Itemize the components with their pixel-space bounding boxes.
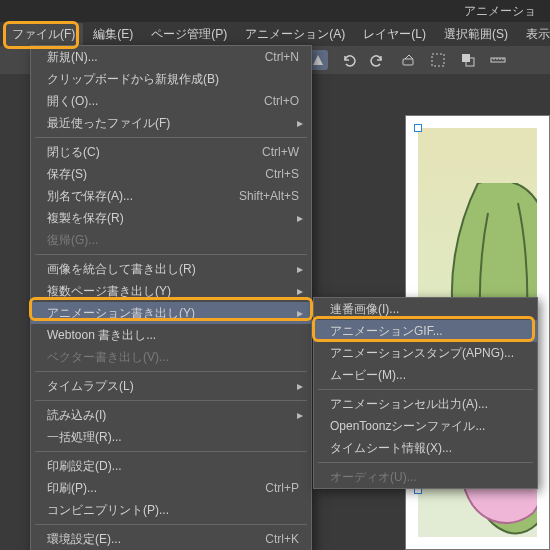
erase-icon[interactable] (398, 50, 418, 70)
menu-item-revert: 復帰(G)... (31, 229, 311, 251)
menu-item-vector-export: ベクター書き出し(V)... (31, 346, 311, 368)
menu-item-batch[interactable]: 一括処理(R)... (31, 426, 311, 448)
menu-item-open[interactable]: 開く(O)...Ctrl+O (31, 90, 311, 112)
submenu-opentoonz[interactable]: OpenToonzシーンファイル... (314, 415, 537, 437)
menu-item-print-settings[interactable]: 印刷設定(D)... (31, 455, 311, 477)
ruler-icon[interactable] (488, 50, 508, 70)
menu-select[interactable]: 選択範囲(S) (436, 23, 516, 46)
menu-separator (35, 371, 307, 372)
menu-view[interactable]: 表示(V) (518, 23, 550, 46)
menu-item-save-as[interactable]: 別名で保存(A)...Shift+Alt+S (31, 185, 311, 207)
submenu-animated-gif[interactable]: アニメーションGIF... (314, 320, 537, 342)
chevron-right-icon: ▸ (297, 306, 303, 320)
menu-item-multi-page-export[interactable]: 複数ページ書き出し(Y)▸ (31, 280, 311, 302)
chevron-right-icon: ▸ (297, 284, 303, 298)
menu-item-new[interactable]: 新規(N)...Ctrl+N (31, 46, 311, 68)
chevron-right-icon: ▸ (297, 211, 303, 225)
file-menu-dropdown: 新規(N)...Ctrl+N クリップボードから新規作成(B) 開く(O)...… (30, 45, 312, 550)
menu-item-save-duplicate[interactable]: 複製を保存(R)▸ (31, 207, 311, 229)
menu-page[interactable]: ページ管理(P) (143, 23, 235, 46)
chevron-right-icon: ▸ (297, 379, 303, 393)
menu-item-close[interactable]: 閉じる(C)Ctrl+W (31, 141, 311, 163)
submenu-sequence-images[interactable]: 連番画像(I)... (314, 298, 537, 320)
menu-separator (35, 524, 307, 525)
chevron-right-icon: ▸ (297, 262, 303, 276)
animation-export-submenu: 連番画像(I)... アニメーションGIF... アニメーションスタンプ(APN… (313, 297, 538, 489)
svg-rect-0 (403, 59, 413, 65)
redo-icon[interactable] (368, 50, 388, 70)
menu-item-animation-export[interactable]: アニメーション書き出し(Y)▸ (31, 302, 311, 324)
menu-item-webtoon-export[interactable]: Webtoon 書き出し... (31, 324, 311, 346)
menu-file[interactable]: ファイル(F) (4, 23, 83, 46)
submenu-audio: オーディオ(U)... (314, 466, 537, 488)
menu-item-new-from-clipboard[interactable]: クリップボードから新規作成(B) (31, 68, 311, 90)
menu-item-print[interactable]: 印刷(P)...Ctrl+P (31, 477, 311, 499)
menu-separator (318, 462, 533, 463)
undo-icon[interactable] (338, 50, 358, 70)
menu-separator (35, 400, 307, 401)
invert-icon[interactable] (458, 50, 478, 70)
menu-item-flatten-export[interactable]: 画像を統合して書き出し(R)▸ (31, 258, 311, 280)
menu-item-convenience-print[interactable]: コンビニプリント(P)... (31, 499, 311, 521)
menu-item-import[interactable]: 読み込み(I)▸ (31, 404, 311, 426)
menu-item-recent[interactable]: 最近使ったファイル(F)▸ (31, 112, 311, 134)
svg-rect-1 (432, 54, 444, 66)
menu-item-timelapse[interactable]: タイムラプス(L)▸ (31, 375, 311, 397)
chevron-right-icon: ▸ (297, 116, 303, 130)
submenu-animation-cel[interactable]: アニメーションセル出力(A)... (314, 393, 537, 415)
marquee-icon[interactable] (428, 50, 448, 70)
window-title: アニメーショ (0, 0, 550, 22)
menu-edit[interactable]: 編集(E) (85, 23, 141, 46)
menu-separator (35, 254, 307, 255)
selection-handle[interactable] (414, 124, 422, 132)
menu-separator (35, 451, 307, 452)
menu-layer[interactable]: レイヤー(L) (355, 23, 434, 46)
submenu-apng[interactable]: アニメーションスタンプ(APNG)... (314, 342, 537, 364)
submenu-timesheet[interactable]: タイムシート情報(X)... (314, 437, 537, 459)
chevron-right-icon: ▸ (297, 408, 303, 422)
submenu-movie[interactable]: ムービー(M)... (314, 364, 537, 386)
menu-separator (35, 137, 307, 138)
menu-item-preferences[interactable]: 環境設定(E)...Ctrl+K (31, 528, 311, 550)
menu-separator (318, 389, 533, 390)
menu-item-save[interactable]: 保存(S)Ctrl+S (31, 163, 311, 185)
menu-bar: ファイル(F) 編集(E) ページ管理(P) アニメーション(A) レイヤー(L… (0, 22, 550, 46)
menu-animation[interactable]: アニメーション(A) (237, 23, 353, 46)
